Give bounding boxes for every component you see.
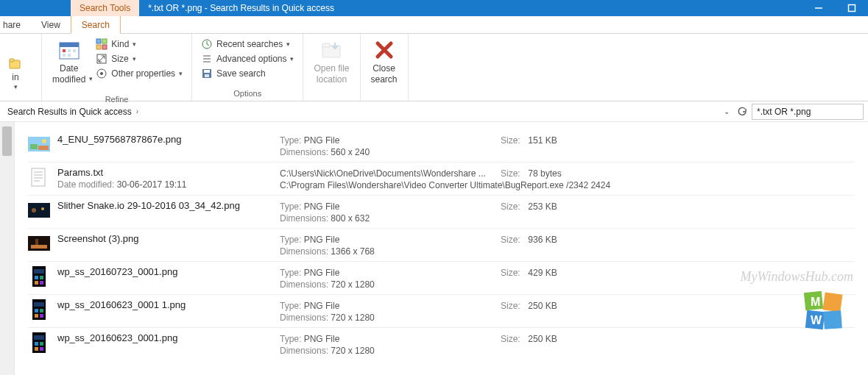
watermark-logo: M W (800, 288, 846, 333)
file-thumbnail (28, 332, 50, 353)
title-bar: Search Tools *.txt OR *.png - Search Res… (0, 0, 868, 16)
svg-rect-7 (63, 49, 66, 52)
file-type: Type: PNG File (280, 334, 493, 344)
other-properties-button[interactable]: Other properties ▾ (93, 66, 186, 81)
history-dropdown-icon[interactable]: ⌄ (724, 107, 730, 115)
file-type: Type: PNG File (280, 268, 493, 278)
svg-rect-52 (40, 276, 43, 279)
svg-rect-47 (31, 245, 47, 249)
group-label-refine: Refine (48, 93, 186, 107)
col-type: C:\Users\Nick\OneDrive\Documents\Wonders… (280, 167, 501, 190)
svg-rect-51 (35, 276, 38, 279)
result-row[interactable]: Params.txtDate modified: 30-06-2017 19:1… (28, 162, 855, 196)
file-thumbnail (28, 134, 50, 154)
save-search-button[interactable]: Save search (198, 66, 297, 81)
date-modified-button[interactable]: Date modified ▾ (48, 37, 90, 93)
search-input[interactable]: *.txt OR *.png (752, 104, 864, 120)
svg-rect-31 (823, 310, 842, 329)
tab-view[interactable]: View (31, 16, 71, 33)
file-thumbnail (28, 299, 50, 320)
svg-rect-66 (40, 347, 43, 351)
svg-rect-37 (38, 146, 49, 150)
tab-search[interactable]: Search (71, 16, 121, 34)
result-row[interactable]: Slither Snake.io 29-10-2016 03_34_42.png… (28, 196, 855, 229)
svg-rect-57 (35, 309, 38, 312)
file-type: Type: PNG File (280, 135, 493, 146)
ribbon-tabs: hare View Search (0, 16, 868, 34)
clock-icon (201, 38, 213, 50)
file-name: wp_ss_20160723_0001.png (57, 266, 272, 277)
nav-pane-scrollbar[interactable] (0, 122, 15, 375)
search-in-label: in (12, 72, 18, 83)
open-file-location-label: Open file location (314, 63, 349, 85)
svg-rect-48 (35, 239, 38, 245)
file-thumbnail (28, 200, 50, 221)
chevron-down-icon: ▾ (179, 70, 183, 77)
svg-rect-50 (34, 269, 44, 274)
result-row[interactable]: wp_ss_20160723_0001.pngType: PNG FileDim… (28, 262, 855, 295)
svg-rect-15 (102, 45, 107, 49)
file-dimensions: Dimensions: 720 x 1280 (280, 312, 493, 323)
size-button[interactable]: Size ▾ (93, 51, 186, 66)
file-size: Size: 253 KB (501, 201, 648, 212)
close-search-label: Close search (371, 63, 398, 85)
chevron-down-icon: ▾ (290, 55, 294, 63)
col-size: Size: 253 KB (501, 200, 648, 212)
advanced-options-button[interactable]: Advanced options ▾ (198, 51, 297, 66)
result-row[interactable]: 4_ENU_597568787867e.pngType: PNG FileDim… (28, 129, 855, 162)
col-name: wp_ss_20160723_0001.png (57, 266, 280, 277)
svg-rect-56 (34, 302, 44, 307)
col-name: wp_ss_20160623_0001 1.png (57, 299, 280, 310)
svg-rect-63 (35, 342, 38, 346)
col-name: Params.txtDate modified: 30-06-2017 19:1… (57, 167, 280, 190)
file-path-extra: C:\Program Files\Wondershare\Video Conve… (280, 180, 692, 190)
col-type: Type: PNG FileDimensions: 720 x 1280 (280, 299, 501, 323)
file-name: 4_ENU_597568787867e.png (57, 134, 272, 145)
recent-searches-label: Recent searches (216, 39, 283, 49)
chevron-down-icon: ▾ (286, 40, 290, 48)
kind-button[interactable]: Kind ▾ (93, 37, 186, 51)
col-size: Size: 936 KB (501, 233, 648, 245)
file-thumbnail (28, 167, 50, 188)
group-label-options: Options (198, 88, 297, 101)
svg-rect-27 (322, 43, 330, 47)
file-type: Type: PNG File (280, 235, 493, 245)
breadcrumb[interactable]: Search Results in Quick access › (7, 107, 719, 117)
breadcrumb-root[interactable]: Search Results in Quick access (7, 107, 132, 117)
result-row[interactable]: wp_ss_20160623_0001.pngType: PNG FileDim… (28, 328, 855, 360)
tab-share-partial[interactable]: hare (0, 16, 31, 33)
open-file-location-button: Open file location (309, 37, 353, 85)
file-name: Slither Snake.io 29-10-2016 03_34_42.png (57, 200, 272, 211)
ribbon-group-options: Recent searches ▾ Advanced options ▾ Sav… (192, 34, 303, 101)
maximize-button[interactable] (835, 0, 868, 16)
contextual-tab-search-tools[interactable]: Search Tools (71, 0, 139, 16)
search-input-value: *.txt OR *.png (757, 107, 811, 117)
chevron-right-icon[interactable]: › (136, 107, 138, 115)
size-icon (96, 53, 107, 65)
svg-rect-5 (60, 43, 79, 47)
svg-rect-43 (28, 203, 50, 218)
close-search-button[interactable]: Close search (367, 37, 402, 85)
search-in-button[interactable]: in ▾ (0, 37, 35, 91)
refresh-icon[interactable] (737, 107, 747, 117)
address-controls: ⌄ (724, 107, 747, 117)
recent-searches-button[interactable]: Recent searches ▾ (198, 37, 297, 51)
file-size: Size: 250 KB (501, 301, 648, 311)
scrollbar-thumb[interactable] (2, 126, 12, 156)
minimize-button[interactable] (802, 0, 835, 16)
col-name: 4_ENU_597568787867e.png (57, 134, 280, 145)
file-thumbnail (28, 233, 50, 254)
svg-rect-13 (102, 39, 107, 43)
chevron-down-icon: ▾ (133, 55, 136, 63)
file-size: Size: 151 KB (501, 135, 648, 146)
result-row[interactable]: Screenshot (3).pngType: PNG FileDimensio… (28, 229, 855, 262)
svg-rect-53 (35, 281, 38, 285)
file-name: wp_ss_20160623_0001 1.png (57, 299, 272, 310)
file-size: Size: 429 KB (501, 268, 648, 278)
svg-point-45 (41, 207, 44, 210)
group-label-empty1 (309, 88, 353, 101)
svg-rect-9 (73, 49, 76, 52)
ribbon-group-location: in ▾ (0, 34, 42, 101)
col-type: Type: PNG FileDimensions: 800 x 632 (280, 200, 501, 224)
result-row[interactable]: wp_ss_20160623_0001 1.pngType: PNG FileD… (28, 295, 855, 328)
